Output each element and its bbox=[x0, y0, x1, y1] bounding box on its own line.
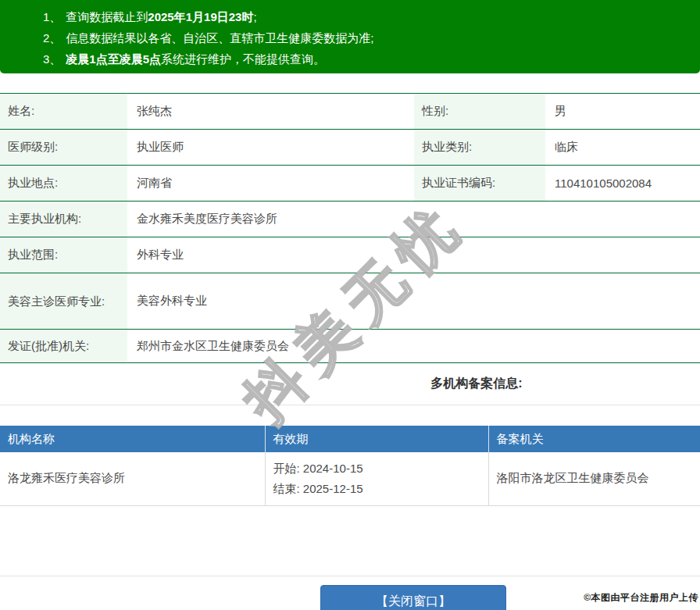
copyright-stamp: ©本图由平台注册用户上传 bbox=[584, 591, 698, 605]
field-label-doctor-level: 医师级别: bbox=[0, 130, 127, 166]
field-value-practice-location: 河南省 bbox=[127, 166, 414, 202]
field-label-practice-scope: 执业范围: bbox=[0, 237, 127, 273]
filing-data-row: 洛龙雍禾医疗美容诊所 开始: 2024-10-15 结束: 2025-12-15… bbox=[0, 452, 700, 505]
field-label-practice-category: 执业类别: bbox=[414, 130, 545, 166]
close-window-button[interactable]: 【关闭窗口】 bbox=[320, 585, 506, 610]
filing-authority: 洛阳市洛龙区卫生健康委员会 bbox=[488, 452, 700, 505]
field-value-cosmetic-specialty: 美容外科专业 bbox=[127, 273, 700, 330]
field-label-practice-location: 执业地点: bbox=[0, 166, 127, 202]
filing-section: 多机构备案信息: bbox=[0, 363, 700, 405]
notice-banner: 1、查询数据截止到2025年1月19日23时; 2、信息数据结果以各省、自治区、… bbox=[0, 0, 700, 73]
validity-end: 结束: 2025-12-15 bbox=[273, 479, 488, 499]
filing-institution-name: 洛龙雍禾医疗美容诊所 bbox=[0, 452, 265, 505]
filing-table: 机构名称 有效期 备案机关 洛龙雍禾医疗美容诊所 开始: 2024-10-15 … bbox=[0, 426, 700, 506]
field-value-practice-scope: 外科专业 bbox=[127, 237, 700, 273]
section-divider bbox=[0, 405, 700, 405]
field-value-main-institution: 金水雍禾美度医疗美容诊所 bbox=[127, 202, 700, 237]
practitioner-info-table: 姓名: 张纯杰 性别: 男 医师级别: 执业医师 执业类别: 临床 执业地点: … bbox=[0, 93, 700, 363]
field-value-gender: 男 bbox=[545, 94, 700, 130]
field-label-gender: 性别: bbox=[414, 94, 545, 130]
notice-text: ; bbox=[253, 10, 256, 23]
notice-line-1: 1、查询数据截止到2025年1月19日23时; bbox=[43, 6, 684, 27]
table-row: 姓名: 张纯杰 性别: 男 bbox=[0, 94, 700, 130]
notice-number: 2、 bbox=[43, 31, 61, 45]
table-row: 发证(批准)机关: 郑州市金水区卫生健康委员会 bbox=[0, 330, 700, 363]
validity-start: 开始: 2024-10-15 bbox=[273, 458, 488, 479]
filing-header-authority: 备案机关 bbox=[488, 426, 700, 452]
field-value-doctor-level: 执业医师 bbox=[127, 130, 414, 166]
table-row: 主要执业机构: 金水雍禾美度医疗美容诊所 bbox=[0, 202, 700, 237]
field-label-text: 美容主诊医师专业: bbox=[8, 292, 106, 311]
field-value-name: 张纯杰 bbox=[127, 94, 414, 130]
field-value-issuing-authority: 郑州市金水区卫生健康委员会 bbox=[127, 330, 700, 363]
field-label-name: 姓名: bbox=[0, 94, 127, 130]
filing-section-title: 多机构备案信息: bbox=[430, 376, 522, 392]
spacer bbox=[0, 506, 700, 576]
field-label-issuing-authority: 发证(批准)机关: bbox=[0, 330, 127, 363]
field-value-practice-category: 临床 bbox=[545, 130, 700, 166]
notice-text: 系统进行维护，不能提供查询。 bbox=[161, 52, 325, 66]
notice-text-bold: 2025年1月19日23时 bbox=[148, 10, 253, 23]
field-label-main-institution: 主要执业机构: bbox=[0, 202, 127, 237]
filing-header-institution: 机构名称 bbox=[0, 426, 265, 452]
table-row: 执业地点: 河南省 执业证书编码: 110410105002084 bbox=[0, 166, 700, 202]
table-row: 美容主诊医师专业: 美容外科专业 bbox=[0, 273, 700, 330]
notice-number: 1、 bbox=[43, 10, 61, 23]
field-label-cosmetic-specialty: 美容主诊医师专业: bbox=[0, 273, 127, 330]
notice-text: 信息数据结果以各省、自治区、直辖市卫生健康委数据为准; bbox=[66, 31, 373, 45]
notice-line-3: 3、凌晨1点至凌晨5点系统进行维护，不能提供查询。 bbox=[43, 48, 684, 70]
table-row: 医师级别: 执业医师 执业类别: 临床 bbox=[0, 130, 700, 166]
field-value-certificate-number: 110410105002084 bbox=[545, 166, 700, 202]
notice-line-2: 2、信息数据结果以各省、自治区、直辖市卫生健康委数据为准; bbox=[43, 27, 684, 48]
notice-number: 3、 bbox=[43, 52, 61, 66]
field-label-certificate-number: 执业证书编码: bbox=[414, 166, 545, 202]
filing-header-validity: 有效期 bbox=[265, 426, 488, 452]
table-row: 执业范围: 外科专业 bbox=[0, 237, 700, 273]
filing-validity-period: 开始: 2024-10-15 结束: 2025-12-15 bbox=[265, 452, 488, 505]
notice-text-bold: 凌晨1点至凌晨5点 bbox=[66, 52, 161, 66]
filing-header-row: 机构名称 有效期 备案机关 bbox=[0, 426, 700, 452]
notice-text: 查询数据截止到 bbox=[66, 10, 148, 23]
